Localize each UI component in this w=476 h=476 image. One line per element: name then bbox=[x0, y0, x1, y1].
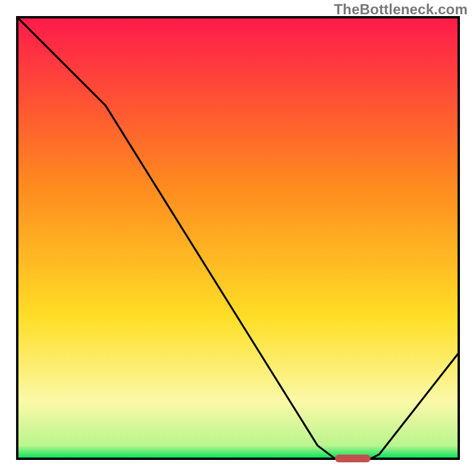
bottleneck-chart bbox=[0, 0, 476, 476]
watermark-text: TheBottleneck.com bbox=[334, 1, 468, 18]
optimal-range-marker bbox=[335, 455, 370, 462]
